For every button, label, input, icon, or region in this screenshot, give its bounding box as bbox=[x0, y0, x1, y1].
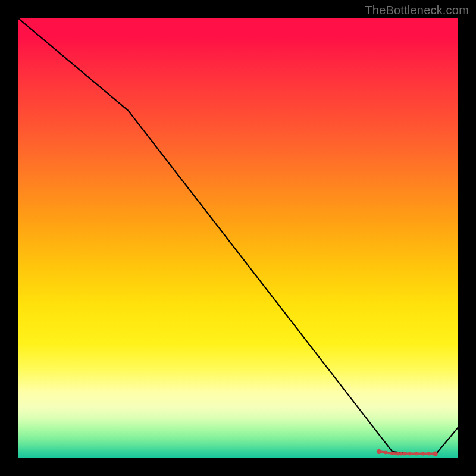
plot-area bbox=[18, 18, 458, 458]
chart-frame: TheBottleneck.com bbox=[0, 0, 476, 476]
main-curve bbox=[18, 18, 458, 454]
watermark-text: TheBottleneck.com bbox=[365, 4, 469, 17]
dotted-point bbox=[433, 451, 437, 456]
dotted-dash bbox=[381, 452, 384, 452]
dotted-dash bbox=[387, 453, 391, 453]
chart-svg bbox=[18, 18, 458, 458]
dotted-marker-group bbox=[377, 449, 438, 456]
